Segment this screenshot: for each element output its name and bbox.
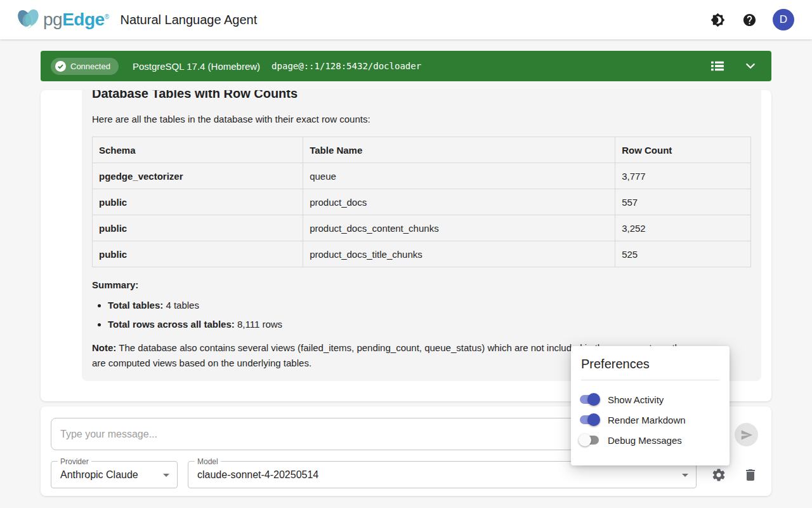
- table-row: public product_docs_title_chunks 525: [93, 241, 751, 267]
- page-title: Natural Language Agent: [121, 13, 258, 27]
- trash-icon: [743, 467, 758, 483]
- provider-label: Provider: [58, 457, 91, 466]
- list-item: Total rows across all tables: 8,111 rows: [108, 318, 751, 331]
- tables-row-count-table: Schema Table Name Row Count pgedge_vecto…: [92, 137, 751, 267]
- pgedge-heart-icon: [15, 8, 42, 32]
- row-count-cell: 557: [615, 189, 751, 215]
- row-count-cell: 3,777: [615, 163, 751, 189]
- model-label: Model: [195, 457, 221, 466]
- clear-chat-button[interactable]: [743, 467, 758, 483]
- table-row: pgedge_vectorizer queue 3,777: [93, 163, 751, 189]
- toggle-label: Debug Messages: [608, 435, 682, 446]
- avatar-letter: D: [780, 13, 787, 26]
- column-header-table-name: Table Name: [303, 137, 615, 163]
- preference-row-render-markdown: Render Markdown: [579, 410, 719, 430]
- provider-select[interactable]: Provider Anthropic Claude: [51, 461, 178, 488]
- help-button[interactable]: [741, 11, 757, 28]
- list-icon: [711, 61, 724, 71]
- brand-text: pgEdge®: [43, 10, 109, 30]
- column-header-row-count: Row Count: [615, 137, 751, 163]
- table-row: public product_docs 557: [93, 189, 751, 215]
- schema-cell: public: [93, 241, 303, 267]
- row-count-cell: 3,252: [615, 215, 751, 241]
- table-name-cell: queue: [303, 163, 615, 189]
- settings-button[interactable]: [711, 467, 726, 483]
- table-name-cell: product_docs_content_chunks: [303, 215, 615, 241]
- table-name-cell: product_docs_title_chunks: [303, 241, 615, 267]
- connection-bar: Connected PostgreSQL 17.4 (Homebrew) dpa…: [41, 51, 771, 81]
- message-intro: Here are all the tables in the database …: [92, 112, 751, 126]
- check-circle-icon: [55, 61, 66, 72]
- toggle-label: Render Markdown: [608, 415, 686, 425]
- chevron-down-icon: [746, 64, 755, 69]
- send-button[interactable]: [735, 423, 758, 446]
- debug-messages-toggle[interactable]: [579, 434, 600, 446]
- schema-cell: public: [93, 215, 303, 241]
- toggle-thumb: [579, 434, 591, 446]
- chevron-down-icon: [682, 474, 688, 477]
- toggle-label: Show Activity: [608, 394, 664, 405]
- row-count-cell: 525: [615, 241, 751, 267]
- connection-collapse-button[interactable]: [742, 58, 759, 74]
- render-markdown-toggle[interactable]: [579, 413, 600, 426]
- preferences-title: Preferences: [571, 346, 730, 380]
- app-header: pgEdge® Natural Language Agent D: [0, 0, 812, 39]
- preference-row-debug-messages: Debug Messages: [579, 430, 719, 450]
- provider-value: Anthropic Claude: [60, 469, 138, 481]
- toggle-thumb: [587, 393, 600, 406]
- connection-string: dpage@::1/128:5432/docloader: [272, 61, 421, 71]
- send-icon: [740, 429, 753, 441]
- list-item: Total tables: 4 tables: [108, 298, 751, 312]
- preference-row-show-activity: Show Activity: [579, 389, 719, 410]
- connection-status-badge: Connected: [51, 58, 119, 75]
- message-heading: Database Tables with Row Counts: [92, 90, 751, 102]
- gear-icon: [711, 467, 726, 483]
- toggle-thumb: [587, 413, 600, 426]
- table-row: public product_docs_content_chunks 3,252: [93, 215, 751, 241]
- pgedge-logo: pgEdge®: [15, 8, 109, 32]
- show-activity-toggle[interactable]: [579, 393, 600, 406]
- column-header-schema: Schema: [93, 137, 303, 163]
- assistant-message-bubble: Database Tables with Row Counts Here are…: [82, 90, 761, 381]
- server-version-text: PostgreSQL 17.4 (Homebrew): [133, 61, 260, 72]
- model-value: claude-sonnet-4-20250514: [197, 469, 318, 481]
- preferences-popup: Preferences Show Activity Render Markdow…: [571, 346, 730, 465]
- summary-list: Total tables: 4 tables Total rows across…: [108, 298, 751, 331]
- dark-mode-icon: [710, 13, 725, 27]
- dark-mode-toggle-button[interactable]: [709, 11, 726, 28]
- summary-heading: Summary:: [92, 279, 751, 290]
- connection-status-text: Connected: [70, 62, 110, 71]
- table-name-cell: product_docs: [303, 189, 615, 215]
- schema-cell: public: [93, 189, 303, 215]
- table-header-row: Schema Table Name Row Count: [93, 137, 751, 163]
- connection-list-button[interactable]: [709, 58, 726, 74]
- help-icon: [742, 13, 757, 27]
- user-avatar[interactable]: D: [773, 9, 794, 30]
- chevron-down-icon: [163, 474, 169, 477]
- schema-cell: pgedge_vectorizer: [93, 163, 303, 189]
